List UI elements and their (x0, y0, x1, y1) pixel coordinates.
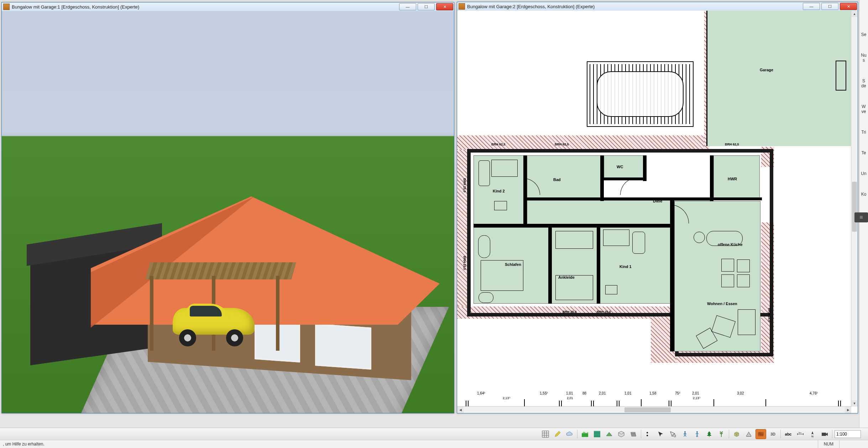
branch-icon[interactable] (716, 429, 727, 439)
side-panel-item[interactable]: W ve (859, 104, 868, 114)
furniture (605, 285, 617, 294)
brh-label: BRH 25,0 (563, 310, 577, 314)
room-label-garage: Garage (760, 68, 773, 72)
stack-icon[interactable] (628, 429, 639, 439)
view-3d-label-icon[interactable]: 3D (768, 429, 778, 439)
view-toggle-brick-icon[interactable] (755, 429, 766, 439)
conifer-icon[interactable] (704, 429, 715, 439)
side-panel-item[interactable]: S de (859, 78, 868, 88)
furniture (603, 230, 629, 246)
brh-label: BRH 25,0 (463, 256, 466, 270)
room-label: Diele (653, 199, 662, 203)
terrain-hatch-icon[interactable] (592, 429, 602, 439)
furniture (479, 160, 490, 186)
furniture-chair (721, 274, 734, 287)
svg-point-6 (696, 431, 698, 433)
side-panel[interactable]: Se Nu s S de W ve Tri Te Un Ko Po ≡ (859, 0, 868, 446)
brh-label: BRH 25,0 (768, 308, 771, 322)
furniture (694, 232, 705, 243)
minimize-button[interactable]: — (803, 3, 820, 10)
window-3d (315, 324, 371, 370)
scroll-thumb[interactable] (624, 407, 671, 412)
car-3d (173, 305, 255, 344)
scroll-down-button[interactable]: ▼ (851, 400, 858, 407)
side-panel-item[interactable]: Ko (859, 192, 868, 197)
scale-value: 1:100 (836, 432, 847, 437)
window-title: Bungalow mit Garage:2 [Erdgeschoss, Kons… (467, 4, 802, 9)
panel-grip-icon[interactable]: ≡ (854, 212, 868, 222)
pencil-icon[interactable] (552, 429, 563, 439)
terrace-hatch (457, 150, 468, 317)
room-wc (604, 155, 644, 179)
floorplan-canvas[interactable]: Garage BRH 62,5 BRH 62,5 BRH 62,5 (457, 11, 851, 407)
scale-input[interactable]: 1:100 (835, 430, 861, 438)
furniture-bed (481, 260, 523, 291)
brh-label: BRH 25,0 (463, 178, 466, 192)
svg-rect-0 (582, 433, 588, 437)
scroll-up-button[interactable]: ▲ (851, 11, 858, 17)
room-label: HWR (728, 177, 737, 181)
svg-point-3 (647, 435, 648, 436)
svg-point-4 (674, 435, 676, 437)
titlebar-plan[interactable]: Bungalow mit Garage:2 [Erdgeschoss, Kons… (457, 2, 858, 11)
vertical-scrollbar[interactable]: ▲ ▼ (851, 11, 858, 407)
furniture-chair (737, 259, 750, 272)
cube-icon[interactable] (731, 429, 742, 439)
titlebar-3d[interactable]: Bungalow mit Garage:1 [Erdgeschoss, Kons… (2, 2, 454, 11)
text-abc-icon[interactable]: abc (783, 429, 794, 439)
camera-icon[interactable] (819, 429, 830, 439)
svg-text:5m: 5m (799, 432, 801, 434)
statusbar: , um Hilfe zu erhalten. NUM (0, 440, 868, 448)
close-button[interactable]: ✕ (436, 3, 453, 10)
perspective-icon[interactable] (743, 429, 754, 439)
furniture (555, 231, 593, 249)
minimize-button[interactable]: — (399, 3, 416, 10)
room-label: Kind 1 (619, 264, 632, 269)
compass-icon[interactable]: N (807, 429, 818, 439)
maximize-button[interactable]: ☐ (821, 3, 838, 10)
close-button[interactable]: ✕ (840, 3, 857, 10)
svg-point-5 (684, 431, 686, 433)
side-panel-item[interactable]: Te (859, 150, 868, 155)
side-panel-item[interactable]: Nu s (859, 53, 868, 63)
dimension-tool-icon[interactable]: 5m (795, 429, 806, 439)
bottom-toolbar: 3D abc 5m N 1:100 (0, 428, 868, 440)
side-panel-item[interactable]: Se (859, 32, 868, 37)
furniture (494, 201, 507, 210)
scroll-thumb[interactable] (852, 182, 857, 232)
svg-text:N: N (811, 435, 814, 438)
garage-2d (706, 11, 851, 146)
side-panel-item[interactable]: Un (859, 171, 868, 176)
scroll-right-button[interactable]: ▶ (845, 407, 851, 413)
point-icon[interactable] (643, 429, 654, 439)
window-floorplan[interactable]: Bungalow mit Garage:2 [Erdgeschoss, Kons… (457, 2, 858, 413)
svg-rect-1 (594, 431, 600, 437)
room-label: Bad (553, 177, 561, 182)
picker-icon[interactable] (668, 429, 678, 439)
side-panel-item[interactable]: Tri (859, 130, 868, 135)
grid-icon[interactable] (540, 429, 551, 439)
grid3d-icon[interactable] (616, 429, 627, 439)
viewport-3d[interactable] (2, 11, 454, 413)
furniture (632, 232, 645, 254)
person-stand-icon[interactable] (692, 429, 702, 439)
furniture (491, 160, 518, 177)
window-3d-view[interactable]: Bungalow mit Garage:1 [Erdgeschoss, Kons… (1, 2, 454, 413)
terrain-plane-icon[interactable] (604, 429, 615, 439)
object-select-icon[interactable] (655, 429, 666, 439)
brh-label: BRH 62,5 (491, 143, 506, 146)
furniture (555, 275, 593, 300)
person-walk-icon[interactable] (680, 429, 690, 439)
brh-label: BRH 62,5 (725, 143, 739, 146)
terrain-green-icon[interactable] (580, 429, 590, 439)
carport-3d (148, 262, 294, 351)
maximize-button[interactable]: ☐ (418, 3, 435, 10)
cloud-icon[interactable] (564, 429, 575, 439)
svg-point-2 (647, 432, 648, 433)
horizontal-scrollbar[interactable]: ◀ ▶ (457, 406, 851, 413)
scroll-left-button[interactable]: ◀ (457, 407, 464, 413)
window-title: Bungalow mit Garage:1 [Erdgeschoss, Kons… (12, 4, 398, 10)
svg-rect-11 (822, 433, 826, 436)
furniture-chair (721, 259, 734, 272)
svg-rect-7 (709, 436, 710, 437)
